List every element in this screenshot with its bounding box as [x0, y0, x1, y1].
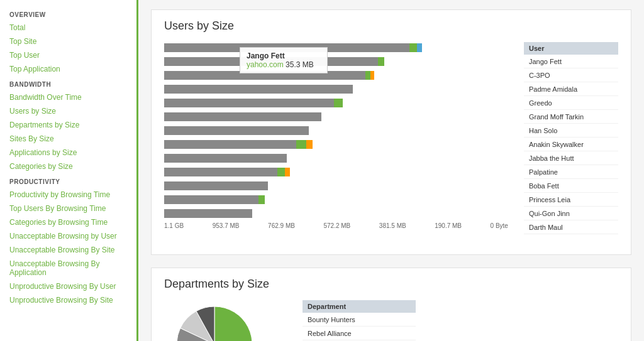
bar-row [164, 166, 511, 178]
bar-row [164, 125, 511, 136]
bar-gray-segment [164, 181, 268, 190]
bar-segment-container [164, 99, 343, 107]
pie-area [164, 300, 290, 341]
sidebar-item[interactable]: Top Application [0, 62, 136, 76]
sidebar-item[interactable]: Unacceptable Browsing By Site [0, 243, 136, 257]
user-legend: User Jango FettC-3POPadme AmidalaGreedoG… [524, 42, 618, 245]
sidebar-item[interactable]: Users by Size [0, 104, 136, 118]
bar-green-segment [409, 43, 417, 52]
bar-segment-container [164, 43, 422, 52]
bar-green-segment [277, 168, 285, 176]
sidebar-section-header: BANDWIDTH [0, 76, 136, 90]
bar-row [164, 56, 511, 67]
dept-chart-container: Department Bounty HuntersRebel AllianceG… [164, 300, 618, 341]
bar-segment-container [164, 126, 309, 135]
bar-green-segment [365, 71, 370, 80]
bar-row [164, 111, 511, 122]
bar-segment-container [164, 181, 268, 190]
bar-segment-container [164, 209, 252, 218]
users-by-size-section: Users by Size Jango Fettyahoo.com 35.3 M… [151, 9, 631, 255]
bar-orange-segment [306, 140, 313, 149]
user-legend-item: C-3PO [524, 68, 618, 82]
sidebar-item[interactable]: Categories by Size [0, 160, 136, 173]
user-legend-item: Darth Maul [524, 220, 618, 234]
user-legend-item: Princess Leia [524, 193, 618, 207]
dept-legend-header: Department [303, 300, 416, 313]
sidebar-item[interactable]: Productivity by Browsing Time [0, 188, 136, 202]
dept-legend-item: Rebel Alliance [303, 327, 416, 340]
bar-gray-segment [164, 209, 252, 218]
bar-gray-segment [164, 195, 258, 204]
bar-orange-segment [285, 168, 290, 176]
sidebar-item[interactable]: Unproductive Browsing By Site [0, 293, 136, 307]
user-legend-item: Padme Amidala [524, 82, 618, 96]
bar-segment-container [164, 112, 321, 121]
sidebar-item[interactable]: Departments by Size [0, 118, 136, 132]
bar-gray-segment [164, 154, 287, 163]
bar-blue-segment [417, 43, 422, 52]
bar-gray-segment [164, 57, 378, 66]
bar-green-segment [378, 57, 384, 66]
sidebar-section-header: PRODUCTIVITY [0, 173, 136, 188]
bar-row [164, 208, 511, 219]
sidebar-item[interactable]: Unacceptable Browsing by User [0, 229, 136, 243]
bar-gray-segment [164, 126, 309, 135]
sidebar-item[interactable]: Categories by Browsing Time [0, 215, 136, 229]
x-axis-label: 762.9 MB [268, 222, 295, 229]
bar-gray-segment [164, 112, 321, 121]
user-legend-item: Anakin Skywalker [524, 138, 618, 151]
sidebar-item[interactable]: Top Site [0, 35, 136, 48]
departments-chart-title: Departments by Size [164, 278, 618, 291]
sidebar-item[interactable]: Sites By Size [0, 132, 136, 146]
departments-by-size-section: Departments by Size Department Bounty Hu… [151, 268, 631, 341]
bar-green-segment [258, 195, 265, 204]
bar-row [164, 153, 511, 164]
sidebar: OVERVIEWTotalTop SiteTop UserTop Applica… [0, 0, 138, 341]
bar-row: Jango Fettyahoo.com 35.3 MB [164, 42, 511, 53]
bar-gray-segment [164, 85, 353, 94]
bar-green-segment [296, 140, 306, 149]
bar-row [164, 70, 511, 81]
x-axis-label: 381.5 MB [379, 222, 406, 229]
sidebar-item[interactable]: Unproductive Browsing By User [0, 279, 136, 293]
bar-segment-container [164, 57, 384, 66]
main-content: Users by Size Jango Fettyahoo.com 35.3 M… [138, 0, 644, 341]
user-legend-item: Boba Fett [524, 179, 618, 193]
bar-row [164, 139, 511, 150]
x-axis-label: 190.7 MB [435, 222, 462, 229]
sidebar-item[interactable]: Unacceptable Browsing By Application [0, 257, 136, 279]
x-axis: 1.1 GB953.7 MB762.9 MB572.2 MB381.5 MB19… [164, 222, 511, 229]
bar-row [164, 180, 511, 192]
bar-orange-segment [370, 71, 374, 80]
bar-chart-container: Jango Fettyahoo.com 35.3 MB1.1 GB953.7 M… [164, 42, 618, 245]
bar-row [164, 97, 511, 109]
bar-gray-segment [164, 99, 334, 107]
pie-segment [214, 306, 252, 341]
bar-row [164, 84, 511, 95]
sidebar-item[interactable]: Total [0, 21, 136, 35]
user-legend-item: Grand Moff Tarkin [524, 110, 618, 124]
bar-segment-container [164, 195, 265, 204]
bar-gray-segment [164, 43, 409, 52]
bar-chart-area: Jango Fettyahoo.com 35.3 MB1.1 GB953.7 M… [164, 42, 511, 245]
bar-segment-container [164, 85, 353, 94]
x-axis-label: 1.1 GB [164, 222, 184, 229]
sidebar-section-header: OVERVIEW [0, 6, 136, 21]
bar-gray-segment [164, 140, 296, 149]
bar-green-segment [334, 99, 343, 107]
x-axis-label: 0 Byte [491, 222, 508, 229]
sidebar-item[interactable]: Bandwidth Over Time [0, 90, 136, 104]
bar-segment-container [164, 140, 313, 149]
user-legend-item: Jango Fett [524, 55, 618, 68]
bar-row [164, 194, 511, 205]
user-legend-item: Palpatine [524, 165, 618, 179]
sidebar-item[interactable]: Top User [0, 48, 136, 62]
user-legend-header: User [524, 42, 618, 55]
users-chart-title: Users by Size [164, 19, 618, 33]
sidebar-item[interactable]: Applications by Size [0, 146, 136, 160]
bar-gray-segment [164, 71, 365, 80]
user-legend-item: Greedo [524, 96, 618, 110]
sidebar-item[interactable]: Top Users By Browsing Time [0, 202, 136, 215]
x-axis-label: 953.7 MB [213, 222, 240, 229]
bar-segment-container [164, 168, 290, 176]
